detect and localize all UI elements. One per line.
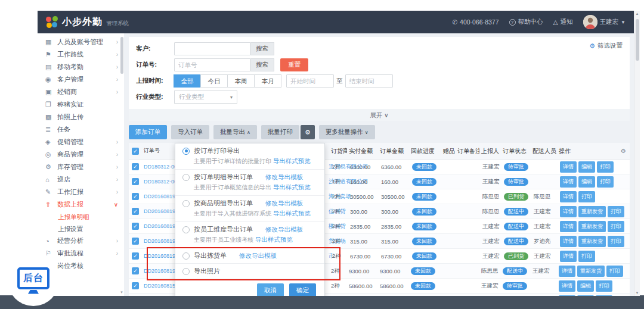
vscroll-thumb[interactable] [636, 19, 639, 61]
sidebar-item-data-report[interactable]: ⇧数据上报∨ [38, 198, 124, 211]
sidebar-item-store-visit[interactable]: ⌂巡店› [38, 173, 124, 186]
radio-unselected-icon[interactable] [182, 174, 190, 181]
column-settings-gear-icon[interactable]: ⚙ [621, 148, 626, 154]
sidebar-item-customers[interactable]: ◉客户管理› [38, 73, 124, 86]
row-action-button[interactable]: 详情 [559, 266, 575, 277]
sidebar-item-products[interactable]: ◎商品管理› [38, 148, 124, 161]
row-checkbox[interactable]: ✓ [129, 208, 142, 215]
sidebar-item-work-report[interactable]: ✎工作汇报› [38, 186, 124, 198]
export-option[interactable]: 导出拣货单修改导出模板 [175, 248, 324, 264]
row-action-button[interactable]: 重新发货 [578, 221, 606, 232]
time-tab-week[interactable]: 本周 [227, 74, 255, 88]
row-action-button[interactable]: 打印 [597, 161, 614, 173]
batch-print-button[interactable]: 批量打印 [261, 125, 299, 139]
row-action-button[interactable]: 打印 [596, 295, 612, 296]
row-action-button[interactable]: 打印 [597, 176, 614, 188]
row-action-button[interactable]: 编辑 [578, 176, 595, 188]
row-action-button[interactable]: 打印 [608, 236, 624, 247]
row-checkbox[interactable]: ✓ [129, 282, 142, 289]
sidebar-scrollbar[interactable] [120, 37, 123, 74]
select-all-checkbox[interactable]: ✓ [129, 148, 142, 155]
row-checkbox[interactable]: ✓ [129, 223, 142, 230]
row-checkbox[interactable]: ✓ [129, 252, 142, 260]
row-action-button[interactable]: 详情 [560, 161, 577, 173]
customer-search-input[interactable] [174, 42, 250, 55]
time-tab-all[interactable]: 全部 [174, 74, 201, 88]
industry-select[interactable]: 行业类型 ▾ [174, 90, 237, 104]
export-option[interactable]: 按订单打印导出主要用于订单详情的批量打印 导出样式预览 [175, 143, 324, 170]
radio-unselected-icon[interactable] [182, 252, 190, 260]
row-action-button[interactable]: 编辑 [577, 295, 594, 296]
scroll-up-icon[interactable]: ▲ [634, 12, 640, 15]
notifications-link[interactable]: △ 通知 [553, 18, 573, 26]
edit-template-link[interactable]: 修改导出模板 [265, 173, 303, 182]
row-action-button[interactable]: 打印 [606, 266, 623, 277]
row-checkbox[interactable]: ✓ [129, 163, 142, 170]
print-settings-gear-button[interactable]: ⚙ [301, 125, 315, 139]
preview-style-link[interactable]: 导出样式预览 [273, 210, 311, 217]
scroll-down-icon[interactable]: ▼ [634, 291, 640, 295]
sidebar-scroll-down-icon[interactable]: ▼ [120, 291, 123, 294]
row-action-button[interactable]: 编辑 [578, 161, 595, 173]
batch-export-button[interactable]: 批量导出∧ [213, 125, 257, 139]
row-action-button[interactable]: 详情 [560, 206, 577, 217]
time-tab-today[interactable]: 今日 [200, 74, 228, 88]
row-action-button[interactable]: 详情 [560, 251, 577, 262]
row-action-button[interactable]: 详情 [560, 176, 577, 188]
preview-style-link[interactable]: 导出样式预览 [273, 157, 311, 164]
sidebar-item-business-analysis[interactable]: ◔经营分析› [38, 235, 124, 247]
add-order-button[interactable]: 添加订单 [129, 125, 167, 139]
cancel-button[interactable]: 取消 [257, 283, 284, 296]
preview-style-link[interactable]: 导出样式预览 [273, 183, 311, 191]
row-action-button[interactable]: 重新发货 [578, 206, 606, 217]
row-action-button[interactable]: 打印 [608, 221, 624, 232]
export-option[interactable]: 按员工维度导出订单修改导出模板主要用于员工业绩考核 导出样式预览 [175, 222, 324, 248]
row-action-button[interactable]: 打印 [578, 191, 595, 202]
sidebar-item-attendance[interactable]: ▤移动考勤› [38, 61, 124, 73]
export-option[interactable]: 导出照片 [175, 264, 324, 279]
edit-template-link[interactable]: 修改导出模板 [265, 226, 303, 234]
reset-button[interactable]: 重置 [280, 58, 308, 71]
export-option[interactable]: 按商品明细导出订单修改导出模板主要用于导入其他进销存系统 导出样式预览 [175, 196, 324, 222]
sidebar-item-inventory[interactable]: ⚙库存管理› [38, 161, 124, 173]
user-menu[interactable]: 王建宏 ▼ [583, 15, 626, 29]
edit-template-link[interactable]: 修改导出模板 [265, 199, 303, 208]
row-checkbox[interactable]: ✓ [129, 178, 142, 185]
start-time-input[interactable] [286, 74, 334, 88]
radio-unselected-icon[interactable] [182, 226, 190, 233]
row-action-button[interactable]: 详情 [559, 280, 575, 292]
confirm-button[interactable]: 确定 [289, 283, 316, 296]
row-action-button[interactable]: 详情 [560, 236, 577, 247]
sidebar-item-tasks[interactable]: ≣任务 [38, 123, 124, 136]
sidebar-item-approval-flow[interactable]: ⚐审批流程› [38, 247, 124, 260]
filter-settings-button[interactable]: ⚙ 筛选设置 [589, 42, 623, 50]
sidebar-item-photo-upload[interactable]: ▩拍照上传 [38, 111, 124, 123]
order-search-input[interactable] [174, 58, 250, 71]
sidebar-subitem[interactable]: 上报单明细 [38, 211, 124, 223]
row-checkbox[interactable]: ✓ [129, 267, 142, 274]
window-scrollbar[interactable]: ▲ ▼ [634, 11, 640, 296]
sidebar-subitem[interactable]: 上报设置 [38, 223, 124, 235]
row-action-button[interactable]: 详情 [560, 191, 577, 202]
preview-style-link[interactable]: 导出样式预览 [255, 236, 293, 243]
import-order-button[interactable]: 导入订单 [171, 125, 209, 139]
help-center-link[interactable]: ? 帮助中心 [509, 18, 543, 26]
order-search-button[interactable]: 搜索 [250, 58, 274, 71]
radio-unselected-icon[interactable] [182, 200, 190, 207]
sidebar-item-dealers[interactable]: ▣经销商› [38, 86, 124, 98]
more-batch-actions-button[interactable]: 更多批量操作∨ [319, 125, 375, 139]
row-action-button[interactable]: 编辑 [577, 280, 594, 292]
end-time-input[interactable] [345, 74, 393, 88]
sidebar-item-routes[interactable]: ⚑工作路线› [38, 48, 124, 61]
radio-unselected-icon[interactable] [182, 268, 190, 275]
row-checkbox[interactable]: ✓ [129, 193, 142, 200]
row-checkbox[interactable]: ✓ [129, 238, 142, 245]
row-action-button[interactable]: 重新发货 [577, 266, 605, 277]
sidebar-item-pig-verify[interactable]: ❐称猪实证 [38, 98, 124, 111]
row-action-button[interactable]: 重新发货 [578, 236, 606, 247]
edit-template-link[interactable]: 修改导出模板 [239, 252, 277, 260]
row-action-button[interactable]: 详情 [560, 221, 577, 232]
row-action-button[interactable]: 打印 [578, 251, 595, 262]
row-action-button[interactable]: 打印 [608, 206, 624, 217]
row-action-button[interactable]: 详情 [559, 295, 575, 296]
